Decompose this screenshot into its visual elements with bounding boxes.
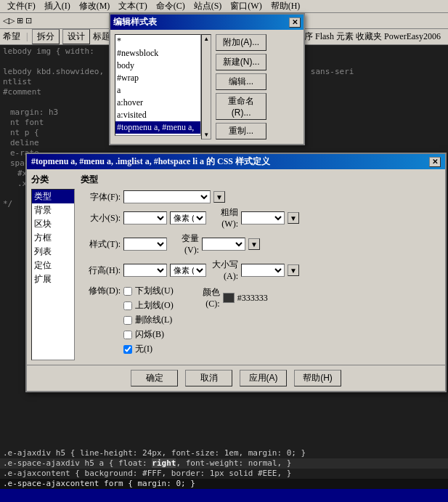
none-checkbox[interactable] bbox=[123, 345, 132, 354]
scroll-down-icon[interactable]: ▼ bbox=[203, 131, 209, 138]
menu-insert[interactable]: 插入(I) bbox=[40, 0, 75, 13]
css-list-item[interactable]: #topmenu a:hover, #me bbox=[115, 134, 200, 136]
css-define-body: 分类 类型 背景 区块 方框 列表 定位 扩展 类型 字体(F): ▼ bbox=[27, 169, 445, 365]
transform-label: 大小写(A): bbox=[209, 259, 238, 282]
bottom-line-4: .e-space-ajaxcontent form { margin: 0; } bbox=[0, 479, 448, 489]
css-list-item[interactable]: * bbox=[115, 35, 200, 47]
font-dropdown-arrow[interactable]: ▼ bbox=[213, 191, 225, 203]
color-preview-box[interactable] bbox=[223, 293, 235, 303]
ok-button[interactable]: 确定 bbox=[131, 370, 178, 386]
css-reset-btn[interactable]: 重制... bbox=[216, 123, 266, 139]
css-list-item[interactable]: #wrap bbox=[115, 72, 200, 84]
scroll-up-icon[interactable]: ▲ bbox=[203, 36, 209, 42]
help-button[interactable]: 帮助(H) bbox=[294, 370, 341, 386]
menu-site[interactable]: 站点(S) bbox=[190, 0, 227, 13]
css-list-item[interactable]: body bbox=[115, 60, 200, 72]
css-define-dialog: #topmenu a, #menu a, .imglist a, #hotspa… bbox=[25, 153, 447, 392]
category-type[interactable]: 类型 bbox=[32, 190, 74, 203]
size-row: 大小(S): 像素 (px) 粗细(W): ▼ bbox=[81, 206, 441, 230]
bottom-line-2: .e-space-ajaxdiv h5 a { float: right, fo… bbox=[0, 458, 448, 469]
status-bar bbox=[0, 489, 448, 502]
css-editor-title: 编辑样式表 bbox=[113, 16, 157, 28]
menu-bar: 文件(F) 插入(I) 修改(M) 文本(T) 命令(C) 站点(S) 窗口(W… bbox=[0, 0, 448, 13]
lineheight-row: 行高(H): 像素 (px) 大小写(A): ▼ bbox=[81, 259, 441, 282]
style-row: 样式(T): 变量(V): ▼ bbox=[81, 232, 441, 256]
css-list-item[interactable]: a:visited bbox=[115, 109, 200, 121]
transform-select[interactable] bbox=[241, 264, 285, 277]
color-row: 颜色(C): #333333 bbox=[191, 286, 268, 309]
menu-window[interactable]: 窗口(W) bbox=[226, 0, 266, 13]
design-btn[interactable]: 设计 bbox=[62, 29, 90, 44]
type-panel: 类型 字体(F): ▼ 大小(S): 像素 (px) 粗细(W): bbox=[75, 174, 441, 360]
category-extend[interactable]: 扩展 bbox=[32, 272, 74, 286]
lineheight-unit-select[interactable]: 像素 (px) bbox=[170, 264, 206, 277]
category-panel: 分类 类型 背景 区块 方框 列表 定位 扩展 bbox=[31, 174, 75, 360]
toolbar2-separator: | bbox=[26, 31, 28, 42]
css-editor-close-btn[interactable]: ✕ bbox=[289, 17, 301, 28]
weight-dropdown-arrow[interactable]: ▼ bbox=[288, 212, 299, 224]
category-box[interactable]: 方框 bbox=[32, 231, 74, 245]
color-value: #333333 bbox=[237, 293, 268, 304]
css-list-item-selected[interactable]: #topmenu a, #menu a, bbox=[115, 121, 200, 134]
font-select[interactable] bbox=[123, 190, 211, 203]
underline-row: 下划线(U) bbox=[123, 285, 174, 297]
decoration-color-row: 修饰(D): 下划线(U) 上划线(O) 删除线(L) bbox=[81, 285, 441, 357]
style-select[interactable] bbox=[123, 238, 167, 251]
css-edit-btn[interactable]: 编辑... bbox=[216, 73, 266, 90]
css-list-item[interactable]: a:hover bbox=[115, 97, 200, 109]
category-list[interactable]: 列表 bbox=[32, 245, 74, 259]
transform-dropdown-arrow[interactable]: ▼ bbox=[288, 264, 299, 276]
css-editor-titlebar: 编辑样式表 ✕ bbox=[110, 15, 304, 30]
size-unit-select[interactable]: 像素 (px) bbox=[170, 211, 206, 224]
variant-dropdown-arrow[interactable]: ▼ bbox=[248, 238, 260, 250]
underline-label: 下划线(U) bbox=[135, 285, 174, 297]
css-define-titlebar: #topmenu a, #menu a, .imglist a, #hotspa… bbox=[27, 154, 445, 169]
menu-help[interactable]: 帮助(H) bbox=[266, 0, 305, 13]
category-list[interactable]: 类型 背景 区块 方框 列表 定位 扩展 bbox=[31, 189, 75, 360]
size-select[interactable] bbox=[123, 211, 167, 224]
menu-modify[interactable]: 修改(M) bbox=[75, 0, 115, 13]
apply-button[interactable]: 应用(A) bbox=[240, 370, 287, 386]
status-text bbox=[3, 491, 5, 500]
menu-text[interactable]: 文本(T) bbox=[114, 0, 151, 13]
css-define-footer: 确定 取消 应用(A) 帮助(H) bbox=[27, 365, 445, 391]
bottom-line-1: .e-ajaxdiv h5 { line-height: 24px, font-… bbox=[0, 448, 448, 458]
menu-command[interactable]: 命令(C) bbox=[152, 0, 190, 13]
css-new-btn[interactable]: 新建(N)... bbox=[216, 54, 266, 70]
category-block[interactable]: 区块 bbox=[32, 217, 74, 231]
cancel-button[interactable]: 取消 bbox=[185, 370, 232, 386]
color-panel: 颜色(C): #333333 bbox=[191, 285, 268, 312]
css-list-scrollbar[interactable]: ▲ ▼ bbox=[201, 34, 211, 139]
toolbar-icon-1[interactable]: ◁▷ ⊞ ⊡ bbox=[3, 16, 32, 25]
weight-label: 粗细(W): bbox=[209, 206, 238, 230]
none-label: 无(I) bbox=[135, 343, 152, 355]
bottom-code-area: .e-ajaxdiv h5 { line-height: 24px, font-… bbox=[0, 448, 448, 489]
css-attach-btn[interactable]: 附加(A)... bbox=[216, 34, 266, 51]
css-define-close-btn[interactable]: ✕ bbox=[429, 157, 441, 167]
variant-select[interactable] bbox=[202, 238, 245, 251]
size-label: 大小(S): bbox=[81, 212, 121, 224]
font-row: 字体(F): ▼ bbox=[81, 190, 441, 203]
category-position[interactable]: 定位 bbox=[32, 259, 74, 272]
css-define-title: #topmenu a, #menu a, .imglist a, #hotspa… bbox=[31, 155, 270, 168]
type-header: 类型 bbox=[81, 174, 441, 186]
linethrough-label: 删除线(L) bbox=[135, 314, 172, 326]
blink-checkbox[interactable] bbox=[123, 331, 132, 339]
category-background[interactable]: 背景 bbox=[32, 203, 74, 217]
decoration-checkboxes: 下划线(U) 上划线(O) 删除线(L) 闪烁(B) bbox=[123, 285, 174, 357]
toolbar2-label: 希望 bbox=[3, 31, 20, 43]
weight-select[interactable] bbox=[241, 211, 285, 224]
css-rename-btn[interactable]: 重命名(R)... bbox=[216, 93, 266, 120]
css-list-item[interactable]: a bbox=[115, 84, 200, 97]
underline-checkbox[interactable] bbox=[123, 287, 132, 296]
css-list-item[interactable]: #newsblock bbox=[115, 47, 200, 60]
split-btn[interactable]: 拆分 bbox=[32, 29, 60, 44]
lineheight-select[interactable] bbox=[123, 264, 167, 277]
menu-file[interactable]: 文件(F) bbox=[3, 0, 40, 13]
none-row: 无(I) bbox=[123, 343, 174, 355]
linethrough-checkbox[interactable] bbox=[123, 316, 132, 325]
css-list[interactable]: * #newsblock body #wrap a a:hover a:visi… bbox=[115, 34, 201, 136]
blink-row: 闪烁(B) bbox=[123, 328, 174, 341]
overline-checkbox[interactable] bbox=[123, 301, 132, 310]
variant-label: 变量(V): bbox=[170, 232, 199, 256]
